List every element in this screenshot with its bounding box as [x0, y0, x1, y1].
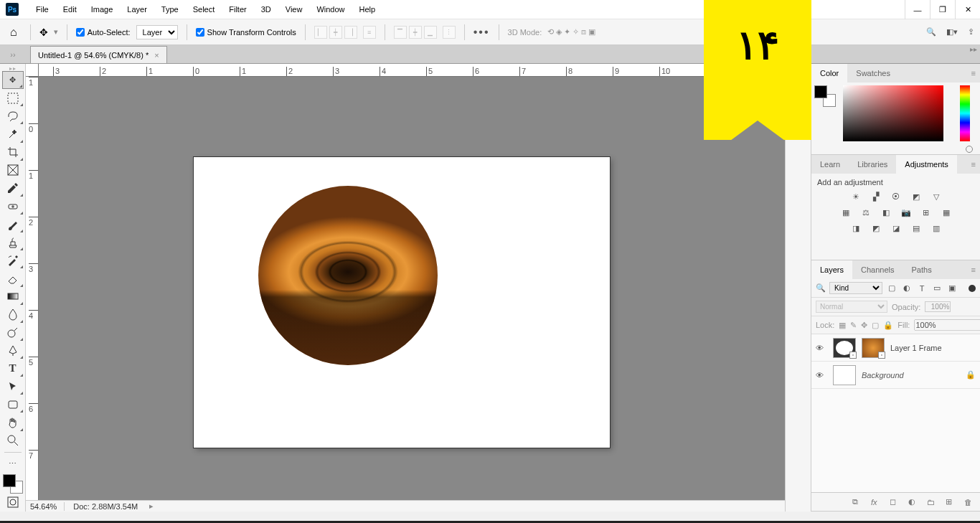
frame-content-image[interactable] — [258, 186, 438, 365]
align-vcenter-icon[interactable]: ┿ — [409, 26, 422, 39]
crop-tool[interactable] — [2, 143, 24, 161]
window-minimize-button[interactable]: — — [905, 0, 930, 19]
new-layer-icon[interactable]: ⊞ — [946, 497, 956, 506]
filter-shape-icon[interactable]: ▭ — [931, 283, 943, 294]
document-canvas[interactable] — [194, 157, 610, 448]
lasso-tool[interactable] — [2, 107, 24, 125]
ruler-origin[interactable] — [26, 64, 39, 77]
fill-field[interactable] — [914, 319, 980, 331]
menu-help[interactable]: Help — [352, 2, 383, 17]
layer-content-thumb[interactable]: ▫ — [862, 338, 885, 358]
rectangle-tool[interactable] — [2, 395, 24, 413]
invert-icon[interactable]: ◨ — [849, 222, 862, 234]
filter-toggle[interactable] — [969, 285, 976, 292]
color-balance-icon[interactable]: ⚖ — [859, 207, 872, 218]
marquee-tool[interactable] — [2, 89, 24, 107]
panel-menu-icon[interactable]: ≡ — [971, 69, 976, 77]
exposure-icon[interactable]: ◩ — [910, 191, 923, 202]
zoom-level[interactable]: 54.64% — [30, 502, 65, 511]
clone-stamp-tool[interactable] — [2, 233, 24, 251]
foreground-color-swatch[interactable] — [3, 474, 16, 487]
panel-menu-icon[interactable]: ≡ — [971, 265, 976, 274]
vibrance-icon[interactable]: ▽ — [930, 191, 943, 202]
lock-position-icon[interactable]: ✥ — [861, 321, 867, 330]
brush-tool[interactable] — [2, 215, 24, 233]
close-icon[interactable]: × — [154, 51, 159, 60]
ruler-vertical[interactable]: 1 0 1 2 3 4 5 6 7 — [26, 77, 39, 500]
filter-smart-icon[interactable]: ▣ — [946, 283, 958, 294]
layer-name[interactable]: Layer 1 Frame — [890, 344, 976, 352]
selective-color-icon[interactable]: ▥ — [930, 222, 943, 234]
filter-type-icon[interactable]: T — [916, 283, 928, 294]
foreground-background-colors[interactable] — [3, 474, 23, 494]
menu-view[interactable]: View — [278, 2, 310, 17]
window-maximize-button[interactable]: ❐ — [930, 0, 955, 19]
curves-icon[interactable]: ⦿ — [890, 191, 903, 202]
healing-brush-tool[interactable] — [2, 197, 24, 215]
menu-image[interactable]: Image — [84, 2, 121, 17]
history-brush-tool[interactable] — [2, 251, 24, 269]
distribute-h-icon[interactable]: ≡ — [363, 26, 376, 39]
lock-transparency-icon[interactable]: ▦ — [839, 321, 846, 330]
color-fgbg-swatches[interactable] — [814, 85, 836, 107]
align-bottom-icon[interactable]: ▁ — [424, 26, 437, 39]
move-tool[interactable]: ✥ — [2, 71, 24, 89]
zoom-tool[interactable] — [2, 432, 24, 450]
lock-all-icon[interactable]: 🔒 — [883, 321, 893, 330]
visibility-toggle-icon[interactable]: 👁 — [816, 371, 827, 380]
home-icon[interactable]: ⌂ — [6, 26, 22, 39]
hue-saturation-icon[interactable]: ▦ — [839, 207, 852, 218]
window-close-button[interactable]: ✕ — [955, 0, 980, 19]
ruler-horizontal[interactable]: 3 2 1 0 1 2 3 4 5 6 7 8 9 10 — [39, 64, 785, 77]
levels-icon[interactable]: ▞ — [870, 191, 882, 202]
posterize-icon[interactable]: ◩ — [870, 222, 882, 234]
align-top-icon[interactable]: ▔ — [394, 26, 407, 39]
group-icon[interactable]: 🗀 — [927, 498, 937, 506]
filter-pixel-icon[interactable]: ▢ — [886, 283, 897, 294]
panel-menu-icon[interactable]: ≡ — [971, 160, 976, 169]
menu-3d[interactable]: 3D — [254, 2, 278, 17]
tab-libraries[interactable]: Libraries — [849, 155, 896, 174]
workspace-switcher-icon[interactable]: ◧▾ — [946, 27, 958, 37]
search-icon[interactable]: 🔍 — [926, 27, 936, 37]
menu-layer[interactable]: Layer — [120, 2, 154, 17]
menu-type[interactable]: Type — [154, 2, 186, 17]
frame-tool[interactable] — [2, 161, 24, 179]
document-tab[interactable]: Untitled-1 @ 54.6% (CMYK/8) * × — [30, 46, 167, 63]
filter-adjustment-icon[interactable]: ◐ — [901, 283, 913, 294]
align-left-icon[interactable]: ▏ — [314, 26, 327, 39]
lock-image-icon[interactable]: ✎ — [850, 321, 857, 330]
opacity-field[interactable] — [925, 301, 951, 312]
adjustment-layer-icon[interactable]: ◐ — [908, 497, 918, 506]
layer-filter-kind[interactable]: Kind — [829, 282, 882, 294]
menu-select[interactable]: Select — [186, 2, 222, 17]
share-icon[interactable]: ⇪ — [968, 27, 974, 37]
pen-tool[interactable] — [2, 341, 24, 359]
channel-mixer-icon[interactable]: ⊞ — [920, 207, 933, 218]
menu-edit[interactable]: Edit — [56, 2, 84, 17]
layer-row[interactable]: 👁 ▫ ▫ Layer 1 Frame — [811, 334, 980, 362]
color-wheel-toggle-icon[interactable] — [966, 146, 973, 153]
hue-slider[interactable] — [960, 85, 970, 141]
quick-mask-toggle[interactable] — [2, 494, 24, 512]
layer-mask-icon[interactable]: ◻ — [890, 497, 900, 506]
status-menu-icon[interactable]: ▸ — [149, 501, 154, 511]
visibility-toggle-icon[interactable]: 👁 — [816, 344, 827, 352]
tab-adjustments[interactable]: Adjustments — [896, 155, 957, 174]
align-right-icon[interactable]: ▕ — [344, 26, 357, 39]
color-lookup-icon[interactable]: ▦ — [940, 207, 953, 218]
layer-style-icon[interactable]: fx — [871, 498, 881, 506]
layer-row[interactable]: 👁 Background 🔒 — [811, 362, 980, 389]
toolbar-grip[interactable]: ▸▸ — [9, 65, 17, 71]
layer-mask-thumb[interactable]: ▫ — [833, 338, 856, 358]
hand-tool[interactable] — [2, 413, 24, 431]
distribute-v-icon[interactable]: ⋮ — [443, 26, 456, 39]
brightness-contrast-icon[interactable]: ☀ — [849, 191, 862, 202]
layer-name[interactable]: Background — [862, 371, 960, 380]
menu-window[interactable]: Window — [309, 2, 352, 17]
gradient-tool[interactable] — [2, 288, 24, 306]
auto-select-target[interactable]: Layer — [136, 25, 178, 39]
tab-paths[interactable]: Paths — [903, 260, 941, 279]
threshold-icon[interactable]: ◪ — [890, 222, 903, 234]
black-white-icon[interactable]: ◧ — [880, 207, 892, 218]
